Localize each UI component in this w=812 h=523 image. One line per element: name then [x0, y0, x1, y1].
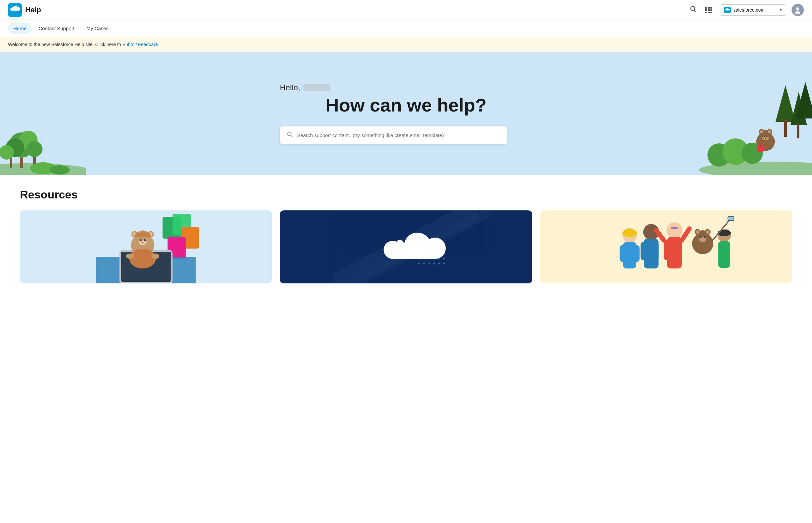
resources-grid — [20, 211, 792, 283]
svg-line-129 — [682, 229, 689, 240]
svg-point-101 — [443, 263, 445, 265]
chevron-down-icon: ▾ — [780, 7, 782, 12]
submit-feedback-link[interactable]: Submit Feedback — [122, 42, 158, 47]
avatar-icon — [793, 6, 802, 14]
svg-rect-46 — [760, 145, 761, 146]
logo-area: Help — [8, 3, 41, 17]
nav-item-home[interactable]: Home — [8, 23, 32, 34]
svg-rect-110 — [652, 242, 658, 260]
svg-point-99 — [433, 263, 435, 265]
svg-point-69 — [152, 254, 159, 259]
svg-point-106 — [622, 229, 637, 237]
svg-point-23 — [0, 145, 14, 160]
svg-marker-27 — [776, 85, 795, 122]
svg-point-127 — [718, 230, 731, 236]
svg-point-124 — [704, 236, 705, 238]
svg-line-48 — [291, 136, 293, 137]
hero-greeting: Hello, — [280, 83, 532, 92]
svg-rect-5 — [710, 7, 712, 8]
svg-point-43 — [766, 136, 767, 137]
svg-point-42 — [763, 136, 765, 137]
user-avatar[interactable] — [791, 4, 804, 16]
svg-point-58 — [129, 249, 156, 269]
search-box — [280, 126, 507, 144]
svg-rect-56 — [114, 283, 178, 283]
header: Help — [0, 0, 812, 20]
hero-section: Hello, How can we help? — [0, 52, 812, 175]
svg-point-13 — [796, 7, 799, 11]
svg-point-25 — [50, 165, 70, 175]
svg-point-65 — [140, 239, 142, 241]
svg-point-111 — [666, 222, 682, 238]
navigation: Home Contact Support My Cases — [0, 20, 812, 37]
svg-rect-109 — [640, 242, 646, 260]
svg-rect-11 — [710, 12, 712, 13]
svg-line-2 — [694, 10, 696, 12]
svg-point-40 — [768, 130, 771, 133]
svg-rect-113 — [664, 240, 670, 260]
svg-point-120 — [696, 230, 700, 234]
help-title: Help — [25, 6, 41, 14]
svg-point-123 — [700, 236, 702, 238]
svg-rect-6 — [705, 9, 707, 11]
svg-rect-30 — [784, 120, 787, 137]
greeting-prefix: Hello, — [280, 83, 300, 92]
svg-point-67 — [142, 242, 143, 243]
svg-point-100 — [438, 263, 440, 265]
svg-point-68 — [126, 254, 134, 259]
svg-rect-3 — [705, 7, 707, 8]
svg-point-39 — [760, 130, 763, 133]
svg-point-47 — [287, 132, 291, 136]
resource-card-1[interactable] — [20, 211, 272, 283]
search-icon[interactable] — [689, 5, 697, 15]
svg-rect-4 — [708, 7, 710, 8]
svg-point-22 — [27, 141, 42, 157]
svg-rect-105 — [633, 245, 639, 262]
svg-point-98 — [428, 263, 430, 265]
svg-point-1 — [691, 6, 695, 10]
card3-illustration — [540, 211, 792, 283]
nav-item-my-cases[interactable]: My Cases — [81, 23, 114, 34]
svg-point-14 — [795, 11, 800, 14]
svg-point-95 — [443, 257, 445, 259]
svg-rect-126 — [718, 241, 730, 268]
nav-item-contact-support[interactable]: Contact Support — [33, 23, 80, 34]
card2-illustration — [280, 211, 532, 283]
svg-rect-8 — [710, 9, 712, 11]
org-cloud-icon — [724, 7, 731, 13]
header-actions: salesforce.com ▾ — [689, 4, 804, 16]
card1-illustration — [20, 211, 272, 283]
search-box-icon — [286, 131, 293, 139]
left-decoration — [0, 98, 86, 175]
app-launcher-icon[interactable] — [703, 4, 714, 16]
svg-line-128 — [656, 230, 664, 240]
feedback-banner: Welcome to the new Salesforce Help site.… — [0, 37, 812, 52]
resource-card-3[interactable] — [540, 211, 792, 283]
svg-point-44 — [765, 138, 766, 139]
svg-point-121 — [706, 230, 709, 234]
greeting-name-blur — [303, 84, 330, 91]
hero-title: How can we help? — [280, 94, 532, 116]
resource-card-2[interactable] — [280, 211, 532, 283]
org-selector[interactable]: salesforce.com ▾ — [720, 4, 786, 16]
svg-rect-31 — [797, 124, 799, 138]
resources-title: Resources — [20, 188, 792, 201]
svg-rect-9 — [705, 12, 707, 13]
svg-rect-115 — [671, 227, 677, 229]
salesforce-logo[interactable] — [8, 3, 22, 17]
right-decoration — [699, 82, 812, 175]
svg-point-96 — [418, 263, 420, 265]
banner-text: Welcome to the new Salesforce Help site.… — [8, 42, 122, 47]
hero-search-input[interactable] — [297, 132, 500, 138]
svg-rect-7 — [708, 9, 710, 11]
svg-point-97 — [423, 263, 425, 265]
svg-rect-132 — [728, 217, 733, 220]
svg-rect-10 — [708, 12, 710, 13]
org-name: salesforce.com — [733, 7, 777, 13]
svg-rect-114 — [675, 240, 682, 260]
svg-rect-104 — [619, 245, 625, 262]
resources-section: Resources — [0, 175, 812, 297]
svg-point-66 — [144, 239, 146, 241]
